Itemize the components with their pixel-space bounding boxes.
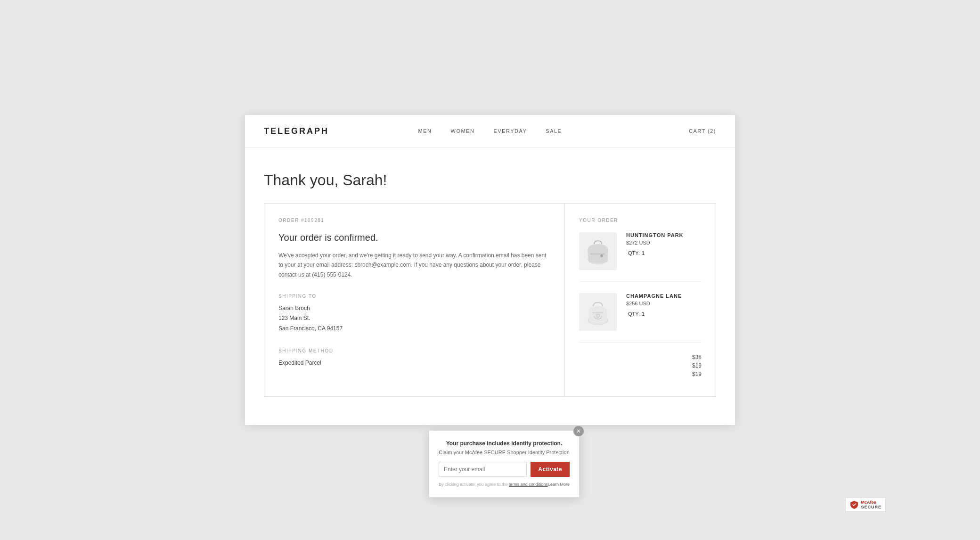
- mcafee-badge: McAfee SECURE: [845, 498, 886, 512]
- mcafee-text: McAfee SECURE: [861, 500, 882, 509]
- svg-rect-1: [590, 254, 605, 254]
- item-price-2: $256 USD: [626, 301, 702, 306]
- popup-title: Your purchase includes identity protecti…: [439, 440, 570, 447]
- item-image-huntington: [579, 232, 617, 270]
- price-row-3: $19: [579, 371, 702, 377]
- shipping-method-label: SHIPPING METHOD: [278, 348, 550, 353]
- order-number: ORDER #109281: [278, 218, 550, 223]
- price-value-1: $38: [692, 354, 702, 360]
- svg-point-2: [600, 254, 603, 257]
- cart-link[interactable]: CART (2): [689, 128, 716, 134]
- popup-email-input[interactable]: [439, 462, 527, 477]
- popup-subtitle: Claim your McAfee SECURE Shopper Identit…: [439, 450, 570, 455]
- order-item-2: CHAMPAGNE LANE $256 USD QTY:1: [579, 293, 702, 343]
- item-details-huntington: HUNTINGTON PARK $272 USD QTY:1: [626, 232, 702, 256]
- order-item-1: HUNTINGTON PARK $272 USD QTY:1: [579, 232, 702, 282]
- shipping-method-value: Expedited Parcel: [278, 358, 550, 368]
- shipping-address1: 123 Main St.: [278, 313, 550, 324]
- site-logo[interactable]: TELEGRAPH: [264, 126, 329, 136]
- item-name-1: HUNTINGTON PARK: [626, 232, 702, 238]
- nav-sale[interactable]: SALE: [546, 128, 562, 134]
- site-header: TELEGRAPH MEN WOMEN EVERYDAY SALE CART (…: [245, 115, 735, 148]
- right-panel: YOUR ORDER HUNTINGTON PARK: [565, 204, 716, 397]
- shipping-name: Sarah Broch: [278, 303, 550, 314]
- item-details-champagne: CHAMPAGNE LANE $256 USD QTY:1: [626, 293, 702, 317]
- price-value-3: $19: [692, 371, 702, 377]
- confirmation-text: We've accepted your order, and we're get…: [278, 251, 550, 279]
- popup-terms-link[interactable]: terms and conditions: [509, 482, 548, 487]
- confirmed-heading: Your order is confirmed.: [278, 232, 550, 243]
- mcafee-shield-icon: [849, 500, 859, 509]
- content-grid: ORDER #109281 Your order is confirmed. W…: [264, 203, 716, 397]
- svg-point-5: [596, 314, 600, 318]
- left-panel: ORDER #109281 Your order is confirmed. W…: [264, 204, 565, 397]
- popup-learn-more[interactable]: Learn More: [548, 482, 570, 488]
- popup-activate-button[interactable]: Activate: [531, 462, 570, 477]
- price-value-2: $19: [692, 362, 702, 369]
- your-order-label: YOUR ORDER: [579, 218, 702, 223]
- price-row-2: $19: [579, 362, 702, 369]
- mcafee-popup: ✕ Your purchase includes identity protec…: [429, 430, 580, 498]
- shipping-to-label: SHIPPING TO: [278, 294, 550, 299]
- mcafee-logo: McAfee: [861, 500, 882, 505]
- main-nav: MEN WOMEN EVERYDAY SALE: [418, 128, 562, 134]
- item-image-champagne: [579, 293, 617, 331]
- popup-close-button[interactable]: ✕: [573, 426, 584, 436]
- item-name-2: CHAMPAGNE LANE: [626, 293, 702, 299]
- nav-women[interactable]: WOMEN: [451, 128, 475, 134]
- popup-footer-text: By clicking activate, you agree to the: [439, 482, 507, 487]
- item-qty-2: QTY:1: [626, 311, 702, 317]
- shipping-section: SHIPPING TO Sarah Broch 123 Main St. San…: [278, 294, 550, 334]
- nav-everyday[interactable]: EVERYDAY: [493, 128, 527, 134]
- thank-you-heading: Thank you, Sarah!: [264, 172, 716, 189]
- item-price-1: $272 USD: [626, 240, 702, 245]
- shipping-method-section: SHIPPING METHOD Expedited Parcel: [278, 348, 550, 368]
- shipping-address2: San Francisco, CA 94157: [278, 324, 550, 334]
- shipping-address: Sarah Broch 123 Main St. San Francisco, …: [278, 303, 550, 334]
- main-content: Thank you, Sarah! ORDER #109281 Your ord…: [245, 148, 735, 425]
- price-row-1: $38: [579, 354, 702, 360]
- popup-footer: By clicking activate, you agree to the t…: [439, 482, 570, 488]
- nav-men[interactable]: MEN: [418, 128, 432, 134]
- mcafee-secure: SECURE: [861, 505, 882, 509]
- item-qty-1: QTY:1: [626, 250, 702, 256]
- popup-form: Activate: [439, 462, 570, 477]
